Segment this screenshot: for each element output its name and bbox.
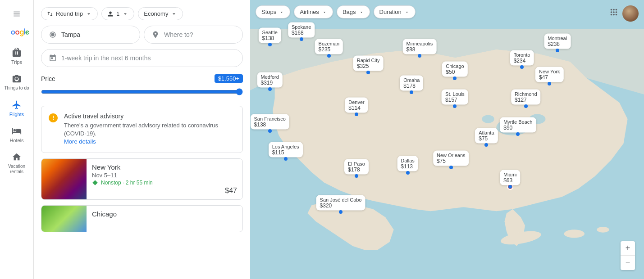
map-dot-myrtle-beach	[516, 132, 520, 136]
map-dot-chicago	[453, 76, 457, 80]
sidebar-item-hotels[interactable]: Hotels	[1, 122, 32, 147]
chevron-down-icon-3	[171, 11, 177, 17]
zoom-controls: + −	[621, 241, 635, 270]
sidebar-item-trips-label: Trips	[11, 59, 22, 65]
destination-input[interactable]: Where to?	[144, 26, 243, 44]
bags-filter-chip[interactable]: Bags	[337, 5, 370, 18]
warning-icon	[48, 112, 59, 123]
trip-filters: Round trip 1 Economy	[41, 7, 243, 20]
result-info-new-york: New York Nov 5–11 Nonstop · 2 hr 55 min	[87, 159, 219, 199]
map-label-denver[interactable]: Denver$114	[345, 98, 368, 113]
svg-point-3	[51, 33, 55, 36]
map-dot-denver	[355, 112, 358, 116]
house-icon	[12, 152, 22, 162]
price-badge: $1,550+	[215, 74, 243, 83]
map-label-medford[interactable]: Medford$319	[257, 72, 283, 88]
map-label-seattle[interactable]: Seattle$138	[259, 28, 281, 43]
zoom-out-button[interactable]: −	[621, 256, 635, 270]
hotel-icon	[12, 126, 22, 136]
trip-type-filter[interactable]: Round trip	[41, 7, 98, 20]
map-dot-spokane	[300, 37, 303, 41]
map-dot-san-jose-del-cabo	[339, 210, 343, 214]
chevron-airlines-icon	[322, 9, 327, 15]
map-label-bozeman[interactable]: Bozeman$235	[315, 39, 343, 54]
map-label-san-francisco[interactable]: San Francisco$138	[251, 114, 289, 130]
map-dot-montreal	[556, 49, 559, 52]
chevron-bags-icon	[359, 9, 364, 15]
map-label-new-orleans[interactable]: New Orleans$75	[433, 151, 469, 166]
map-label-st-louis[interactable]: St. Louis$157	[442, 89, 468, 104]
map-label-san-jose-del-cabo[interactable]: San José del Cabo$320	[316, 195, 365, 211]
class-filter[interactable]: Economy	[138, 7, 183, 20]
stops-filter-chip[interactable]: Stops	[256, 5, 290, 18]
chevron-down-icon-2	[122, 11, 128, 17]
svg-point-11	[597, 227, 609, 233]
result-image-chicago	[41, 206, 87, 232]
map-label-minneapolis[interactable]: Minneapolis$88	[402, 39, 436, 54]
map-label-spokane[interactable]: Spokane$168	[288, 22, 315, 37]
advisory-link[interactable]: More details	[64, 138, 96, 145]
sidebar-item-flights[interactable]: Flights	[1, 96, 32, 121]
google-apps-button[interactable]	[609, 7, 619, 18]
result-image-new-york	[41, 159, 87, 199]
sidebar-item-hotels-label: Hotels	[9, 138, 23, 143]
hamburger-menu[interactable]	[13, 5, 21, 26]
map-label-miami[interactable]: Miami$63	[500, 170, 520, 185]
map-label-chicago[interactable]: Chicago$50	[442, 61, 467, 76]
result-info-chicago: Chicago	[87, 206, 242, 232]
sidebar-item-trips[interactable]: Trips	[1, 44, 32, 68]
zoom-in-button[interactable]: +	[621, 241, 635, 256]
sidebar-item-things-label: Things to do	[4, 86, 29, 91]
frontier-icon	[92, 180, 98, 186]
map-filters: Stops Airlines Bags Duration	[256, 5, 416, 18]
svg-point-8	[482, 115, 494, 123]
sidebar: Trips Things to do Flights Hotels Vacati…	[0, 0, 34, 279]
map-label-toronto[interactable]: Toronto$234	[510, 50, 534, 65]
map-dot-new-orleans	[449, 166, 453, 169]
map-label-montreal[interactable]: Montreal$238	[544, 33, 571, 49]
svg-point-10	[564, 230, 585, 238]
duration-filter-chip[interactable]: Duration	[374, 5, 416, 18]
result-flight-info: Nonstop · 2 hr 55 min	[92, 180, 214, 186]
sidebar-item-things-to-do[interactable]: Things to do	[1, 70, 32, 94]
map-label-los-angeles[interactable]: Los Angeles$115	[269, 142, 303, 158]
result-card-chicago[interactable]: Chicago	[41, 205, 243, 232]
profile-avatar[interactable]	[622, 5, 639, 22]
map-dot-st-louis	[453, 104, 457, 108]
map-label-new-york[interactable]: New York$47	[535, 67, 563, 82]
origin-input[interactable]: Tampa	[41, 26, 140, 44]
search-inputs: Tampa Where to?	[41, 26, 243, 44]
map-dot-new-york	[548, 82, 551, 86]
plane-icon	[12, 100, 22, 110]
result-card-new-york[interactable]: New York Nov 5–11 Nonstop · 2 hr 55 min …	[41, 158, 243, 200]
result-city: New York	[92, 163, 214, 171]
sidebar-item-vacation-rentals[interactable]: Vacation rentals	[1, 148, 32, 178]
map-label-richmond[interactable]: Richmond$127	[511, 89, 541, 104]
chevron-stops-icon	[279, 9, 284, 15]
map-label-rapid-city[interactable]: Rapid City$325	[353, 56, 384, 71]
map-label-atlanta[interactable]: Atlanta$75	[475, 128, 498, 144]
map-label-dallas[interactable]: Dallas$113	[397, 156, 418, 171]
map-dot-el-paso	[355, 174, 358, 178]
destination-pin-icon	[151, 31, 160, 39]
luggage-icon	[12, 48, 22, 58]
airlines-filter-chip[interactable]: Airlines	[294, 5, 333, 18]
date-input[interactable]: 1-week trip in the next 6 months	[41, 49, 243, 67]
map-dot-richmond	[524, 104, 528, 108]
map-label-myrtle-beach[interactable]: Myrtle Beach$90	[500, 117, 536, 132]
map-dot-toronto	[520, 65, 524, 69]
advisory-card: Active travel advisory There's a governm…	[41, 106, 243, 153]
result-price-new-york: $47	[219, 159, 242, 199]
map-dot-medford	[268, 87, 272, 91]
google-logo	[5, 27, 29, 37]
price-slider[interactable]	[41, 88, 243, 95]
sidebar-item-flights-label: Flights	[9, 112, 24, 117]
calendar-icon	[49, 54, 57, 62]
map-label-el-paso[interactable]: El Paso$178	[344, 159, 369, 174]
map-svg	[250, 0, 644, 279]
map-dot-bozeman	[327, 54, 331, 58]
map-label-omaha[interactable]: Omaha$178	[400, 75, 423, 90]
swap-icon	[47, 11, 53, 17]
map-dot-atlanta	[484, 143, 488, 147]
passengers-filter[interactable]: 1	[101, 7, 134, 20]
